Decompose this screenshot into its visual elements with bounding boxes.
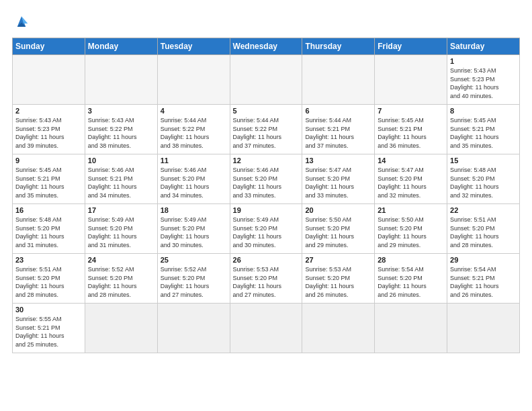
day-info: Sunrise: 5:48 AM Sunset: 5:20 PM Dayligh… [450, 166, 517, 199]
day-info: Sunrise: 5:52 AM Sunset: 5:20 PM Dayligh… [88, 265, 154, 299]
logo [12, 12, 34, 31]
calendar-cell [85, 304, 157, 353]
calendar-week-row: 23Sunrise: 5:51 AM Sunset: 5:20 PM Dayli… [13, 254, 520, 304]
day-number: 8 [450, 107, 517, 115]
calendar-week-row: 9Sunrise: 5:45 AM Sunset: 5:21 PM Daylig… [13, 154, 520, 204]
day-number: 6 [305, 107, 371, 115]
day-info: Sunrise: 5:49 AM Sunset: 5:20 PM Dayligh… [161, 216, 227, 249]
calendar-week-row: 1Sunrise: 5:43 AM Sunset: 5:23 PM Daylig… [13, 55, 520, 105]
calendar-cell: 29Sunrise: 5:54 AM Sunset: 5:21 PM Dayli… [447, 254, 520, 304]
day-number: 20 [305, 206, 371, 214]
calendar-cell: 22Sunrise: 5:51 AM Sunset: 5:20 PM Dayli… [447, 204, 520, 254]
calendar-cell: 25Sunrise: 5:52 AM Sunset: 5:20 PM Dayli… [157, 254, 230, 304]
day-info: Sunrise: 5:50 AM Sunset: 5:20 PM Dayligh… [378, 216, 444, 249]
day-number: 18 [161, 206, 227, 214]
calendar-cell [85, 55, 157, 105]
logo-icon [12, 12, 31, 31]
calendar-cell: 18Sunrise: 5:49 AM Sunset: 5:20 PM Dayli… [157, 204, 230, 254]
calendar-cell [375, 304, 447, 353]
day-info: Sunrise: 5:51 AM Sunset: 5:20 PM Dayligh… [15, 265, 82, 299]
calendar-cell: 17Sunrise: 5:49 AM Sunset: 5:20 PM Dayli… [85, 204, 157, 254]
calendar-cell: 4Sunrise: 5:44 AM Sunset: 5:22 PM Daylig… [157, 105, 230, 154]
day-number: 3 [88, 107, 154, 115]
weekday-header: Thursday [302, 38, 375, 55]
day-info: Sunrise: 5:45 AM Sunset: 5:21 PM Dayligh… [15, 166, 82, 199]
calendar-week-row: 30Sunrise: 5:55 AM Sunset: 5:21 PM Dayli… [13, 304, 520, 353]
calendar-cell: 23Sunrise: 5:51 AM Sunset: 5:20 PM Dayli… [13, 254, 85, 304]
day-number: 14 [378, 156, 444, 165]
day-number: 30 [15, 306, 82, 314]
day-number: 27 [305, 256, 371, 264]
weekday-header-row: SundayMondayTuesdayWednesdayThursdayFrid… [13, 38, 520, 55]
calendar-cell [302, 55, 375, 105]
day-info: Sunrise: 5:47 AM Sunset: 5:20 PM Dayligh… [305, 166, 371, 199]
calendar-cell: 6Sunrise: 5:44 AM Sunset: 5:21 PM Daylig… [302, 105, 375, 154]
calendar-cell: 9Sunrise: 5:45 AM Sunset: 5:21 PM Daylig… [13, 154, 85, 204]
calendar-cell: 8Sunrise: 5:45 AM Sunset: 5:21 PM Daylig… [447, 105, 520, 154]
day-number: 23 [15, 256, 82, 264]
calendar-cell: 20Sunrise: 5:50 AM Sunset: 5:20 PM Dayli… [302, 204, 375, 254]
day-number: 29 [450, 256, 517, 264]
day-info: Sunrise: 5:45 AM Sunset: 5:21 PM Dayligh… [450, 116, 517, 150]
calendar-cell: 28Sunrise: 5:54 AM Sunset: 5:20 PM Dayli… [375, 254, 447, 304]
day-number: 12 [233, 156, 300, 165]
day-number: 1 [450, 57, 517, 65]
day-number: 26 [233, 256, 300, 264]
day-info: Sunrise: 5:46 AM Sunset: 5:20 PM Dayligh… [161, 166, 227, 199]
calendar-cell: 27Sunrise: 5:53 AM Sunset: 5:20 PM Dayli… [302, 254, 375, 304]
calendar-cell [157, 304, 230, 353]
day-number: 11 [161, 156, 227, 165]
weekday-header: Tuesday [157, 38, 230, 55]
day-info: Sunrise: 5:44 AM Sunset: 5:22 PM Dayligh… [233, 116, 300, 150]
day-number: 19 [233, 206, 300, 214]
day-number: 21 [378, 206, 444, 214]
calendar-cell: 3Sunrise: 5:43 AM Sunset: 5:22 PM Daylig… [85, 105, 157, 154]
day-number: 4 [161, 107, 227, 115]
calendar-cell [447, 304, 520, 353]
calendar-cell: 2Sunrise: 5:43 AM Sunset: 5:23 PM Daylig… [13, 105, 85, 154]
weekday-header: Monday [85, 38, 157, 55]
calendar-cell: 13Sunrise: 5:47 AM Sunset: 5:20 PM Dayli… [302, 154, 375, 204]
day-number: 16 [15, 206, 82, 214]
day-number: 9 [15, 156, 82, 165]
day-info: Sunrise: 5:43 AM Sunset: 5:22 PM Dayligh… [88, 116, 154, 150]
page: SundayMondayTuesdayWednesdayThursdayFrid… [0, 0, 532, 411]
calendar-cell: 1Sunrise: 5:43 AM Sunset: 5:23 PM Daylig… [447, 55, 520, 105]
day-info: Sunrise: 5:51 AM Sunset: 5:20 PM Dayligh… [450, 216, 517, 249]
calendar-week-row: 16Sunrise: 5:48 AM Sunset: 5:20 PM Dayli… [13, 204, 520, 254]
day-number: 17 [88, 206, 154, 214]
calendar-cell [13, 55, 85, 105]
day-number: 2 [15, 107, 82, 115]
day-info: Sunrise: 5:43 AM Sunset: 5:23 PM Dayligh… [15, 116, 82, 150]
day-number: 10 [88, 156, 154, 165]
day-number: 7 [378, 107, 444, 115]
day-info: Sunrise: 5:44 AM Sunset: 5:21 PM Dayligh… [305, 116, 371, 150]
day-number: 15 [450, 156, 517, 165]
day-info: Sunrise: 5:46 AM Sunset: 5:21 PM Dayligh… [88, 166, 154, 199]
day-info: Sunrise: 5:45 AM Sunset: 5:21 PM Dayligh… [378, 116, 444, 150]
header [12, 12, 520, 31]
day-info: Sunrise: 5:43 AM Sunset: 5:23 PM Dayligh… [450, 66, 517, 100]
day-number: 24 [88, 256, 154, 264]
day-info: Sunrise: 5:47 AM Sunset: 5:20 PM Dayligh… [378, 166, 444, 199]
day-info: Sunrise: 5:44 AM Sunset: 5:22 PM Dayligh… [161, 116, 227, 150]
day-info: Sunrise: 5:54 AM Sunset: 5:20 PM Dayligh… [378, 265, 444, 299]
day-info: Sunrise: 5:53 AM Sunset: 5:20 PM Dayligh… [233, 265, 300, 299]
calendar-cell: 16Sunrise: 5:48 AM Sunset: 5:20 PM Dayli… [13, 204, 85, 254]
calendar-cell [157, 55, 230, 105]
day-number: 5 [233, 107, 300, 115]
calendar-cell [375, 55, 447, 105]
day-info: Sunrise: 5:49 AM Sunset: 5:20 PM Dayligh… [233, 216, 300, 249]
weekday-header: Saturday [447, 38, 520, 55]
calendar-cell: 26Sunrise: 5:53 AM Sunset: 5:20 PM Dayli… [230, 254, 302, 304]
weekday-header: Friday [375, 38, 447, 55]
day-number: 22 [450, 206, 517, 214]
day-info: Sunrise: 5:52 AM Sunset: 5:20 PM Dayligh… [161, 265, 227, 299]
calendar-cell: 30Sunrise: 5:55 AM Sunset: 5:21 PM Dayli… [13, 304, 85, 353]
day-number: 13 [305, 156, 371, 165]
weekday-header: Sunday [13, 38, 85, 55]
calendar-cell: 15Sunrise: 5:48 AM Sunset: 5:20 PM Dayli… [447, 154, 520, 204]
calendar-cell: 21Sunrise: 5:50 AM Sunset: 5:20 PM Dayli… [375, 204, 447, 254]
calendar-cell: 7Sunrise: 5:45 AM Sunset: 5:21 PM Daylig… [375, 105, 447, 154]
calendar-cell: 12Sunrise: 5:46 AM Sunset: 5:20 PM Dayli… [230, 154, 302, 204]
